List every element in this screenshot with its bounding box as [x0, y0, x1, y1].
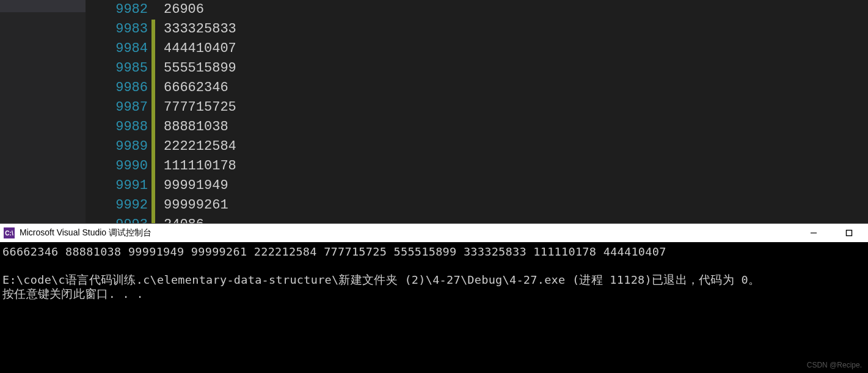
line-number: 9986: [86, 78, 151, 98]
code-text: 333325833: [155, 20, 236, 39]
line-number: 9992: [86, 196, 151, 215]
line-number: 9983: [86, 20, 151, 39]
console-output-line: 66662346 88881038 99991949 99999261 2222…: [2, 245, 666, 258]
code-text: 444410407: [155, 39, 236, 59]
code-line[interactable]: 999299999261: [86, 196, 868, 215]
code-panel[interactable]: 9982269069983333325833998444441040799855…: [86, 0, 868, 223]
line-number: 9987: [86, 98, 151, 117]
code-line[interactable]: 9987777715725: [86, 98, 868, 117]
console-output[interactable]: 66662346 88881038 99991949 99999261 2222…: [0, 242, 868, 373]
code-line[interactable]: 999199991949: [86, 176, 868, 196]
minimize-button[interactable]: [804, 227, 823, 239]
code-line[interactable]: 998888881038: [86, 117, 868, 137]
console-path-line: E:\code\c语言代码训练.c\elementary-data-struct…: [2, 273, 760, 286]
code-line[interactable]: 998666662346: [86, 78, 868, 98]
debug-console-window: C:\ Microsoft Visual Studio 调试控制台 666623…: [0, 223, 868, 373]
minimize-icon: [810, 229, 817, 237]
code-text: 111110178: [155, 157, 236, 176]
code-text: 66662346: [155, 78, 228, 98]
code-line[interactable]: 998226906: [86, 0, 868, 20]
watermark: CSDN @Recipe.: [807, 361, 862, 369]
code-line[interactable]: 9985555515899: [86, 59, 868, 78]
code-line[interactable]: 999324086: [86, 215, 868, 223]
code-line[interactable]: 9984444410407: [86, 39, 868, 59]
code-text: 24086: [155, 215, 204, 223]
side-panel-header: [0, 0, 86, 12]
window-controls: [804, 227, 864, 239]
code-line[interactable]: 9983333325833: [86, 20, 868, 39]
code-text: 99991949: [155, 176, 228, 196]
side-panel: [0, 0, 86, 223]
code-text: 26906: [155, 0, 204, 20]
editor-area: 9982269069983333325833998444441040799855…: [0, 0, 868, 223]
line-number: 9990: [86, 157, 151, 176]
line-number: 9988: [86, 117, 151, 137]
code-line[interactable]: 9990111110178: [86, 157, 868, 176]
svg-rect-1: [847, 231, 852, 236]
console-title: Microsoft Visual Studio 调试控制台: [20, 227, 804, 238]
line-number: 9993: [86, 215, 151, 223]
code-text: 88881038: [155, 117, 228, 137]
code-text: 777715725: [155, 98, 236, 117]
line-number: 9984: [86, 39, 151, 59]
code-text: 555515899: [155, 59, 236, 78]
line-number: 9989: [86, 137, 151, 157]
maximize-button[interactable]: [840, 227, 858, 239]
code-line[interactable]: 9989222212584: [86, 137, 868, 157]
line-number: 9985: [86, 59, 151, 78]
line-number: 9991: [86, 176, 151, 196]
vs-console-icon: C:\: [4, 227, 15, 238]
maximize-icon: [845, 229, 853, 237]
code-text: 99999261: [155, 196, 228, 215]
workspace: 9982269069983333325833998444441040799855…: [0, 0, 868, 373]
console-prompt-line: 按任意键关闭此窗口. . .: [2, 287, 144, 300]
code-text: 222212584: [155, 137, 236, 157]
line-number: 9982: [86, 0, 151, 20]
console-titlebar[interactable]: C:\ Microsoft Visual Studio 调试控制台: [0, 224, 868, 242]
